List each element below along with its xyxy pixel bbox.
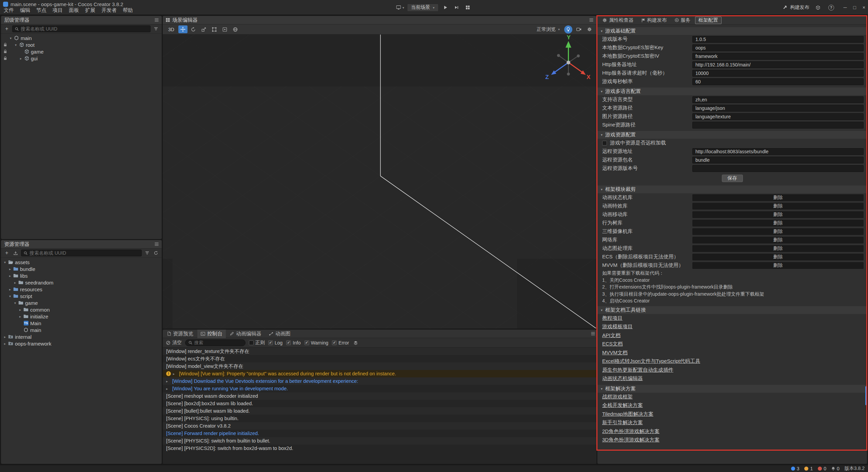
log-row[interactable]: [Scene] Cocos Creator v3.8.2 xyxy=(163,422,596,430)
tab-属性检查器[interactable]: 属性检查器 xyxy=(599,17,637,24)
console-log-area[interactable]: [Window] render_texture文件夹不存在[Window] ec… xyxy=(163,348,596,464)
expand-arrow-icon[interactable]: ▸ xyxy=(18,308,23,312)
scrollbar-thumb[interactable] xyxy=(865,386,867,405)
error-counter[interactable]: 0 xyxy=(818,466,826,471)
expand-arrow-icon[interactable]: ▸ xyxy=(7,274,13,278)
prop-input-远程资源地址[interactable] xyxy=(692,148,864,155)
clear-console-button[interactable]: 清空 xyxy=(166,340,182,346)
log-counter[interactable]: 3 xyxy=(791,466,800,471)
delete-button[interactable]: 删除 xyxy=(773,229,783,235)
delete-button[interactable]: 删除 xyxy=(773,254,783,260)
gear-button[interactable] xyxy=(585,25,593,34)
expand-arrow-icon[interactable]: ▸ xyxy=(18,57,23,60)
remote-load-checkbox[interactable] xyxy=(602,141,607,145)
expand-arrow-icon[interactable]: ▸ xyxy=(13,281,18,284)
bulb-button[interactable] xyxy=(564,25,572,34)
console-tab-动画编辑器[interactable]: 动画编辑器 xyxy=(226,330,265,338)
tree-row-game[interactable]: game xyxy=(1,48,162,55)
menu-节点[interactable]: 节点 xyxy=(33,6,50,14)
prop-input-图片资源路径[interactable] xyxy=(692,113,864,120)
tree-row-assets[interactable]: ▾assets xyxy=(1,259,162,266)
lock-icon[interactable] xyxy=(2,56,8,60)
prop-input-本地数据CryptoES加密Key[interactable] xyxy=(692,44,864,51)
section-header-游戏资源配置[interactable]: ▾游戏资源配置 xyxy=(597,131,867,139)
rotate-tool-button[interactable] xyxy=(189,25,198,33)
link-战棋游戏框架[interactable]: 战棋游戏框架 xyxy=(602,394,633,400)
expand-arrow-icon[interactable]: ▸ xyxy=(173,372,177,376)
log-row[interactable]: ▸[Window] You are running Vue in develop… xyxy=(163,385,596,392)
axis-gizmo[interactable]: Y X Z xyxy=(543,35,592,85)
log-row[interactable]: [Scene] [PHYSICS2D]: switch from box2d-w… xyxy=(163,445,596,452)
link-Excel格式转Json文件与TypeScript代码工具[interactable]: Excel格式转Json文件与TypeScript代码工具 xyxy=(602,358,700,365)
prop-input-远程资源包名[interactable] xyxy=(692,157,864,163)
filter-Warning[interactable]: Warning xyxy=(304,340,329,346)
assets-search[interactable] xyxy=(21,250,142,256)
scale-tool-button[interactable] xyxy=(199,25,209,33)
tree-row-Main[interactable]: TSMain xyxy=(1,320,162,327)
panel-menu-icon[interactable] xyxy=(589,18,593,22)
console-tab-动画图[interactable]: 动画图 xyxy=(265,330,294,338)
import-asset-button[interactable] xyxy=(12,250,19,256)
tree-row-internal[interactable]: ▸internal xyxy=(1,333,162,340)
console-tab-控制台[interactable]: 控制台 xyxy=(197,330,226,338)
prop-input-远程资源版本号[interactable] xyxy=(692,165,864,172)
close-button[interactable]: × xyxy=(863,5,865,10)
pivot-tool-button[interactable] xyxy=(220,25,230,33)
log-row[interactable]: [Scene] [box2d]:box2d wasm lib loaded. xyxy=(163,400,596,407)
menu-开发者[interactable]: 开发者 xyxy=(98,6,120,14)
panel-menu-icon[interactable] xyxy=(591,332,595,335)
rect-tool-button[interactable] xyxy=(210,25,219,33)
save-button[interactable]: 保存 xyxy=(722,175,743,182)
tree-row-gui[interactable]: ▸gui xyxy=(1,55,162,62)
tab-构建发布[interactable]: 构建发布 xyxy=(638,17,670,24)
link-原生包热更新配置自动生成插件[interactable]: 原生包热更新配置自动生成插件 xyxy=(602,367,673,373)
section-header-游戏多语言配置[interactable]: ▾游戏多语言配置 xyxy=(597,87,867,95)
create-asset-button[interactable]: + xyxy=(3,250,10,256)
link-动画状态机编辑器[interactable]: 动画状态机编辑器 xyxy=(602,375,643,382)
layout-button[interactable] xyxy=(463,3,472,12)
checkbox[interactable] xyxy=(332,340,337,345)
log-row[interactable]: [Scene] meshopt wasm decoder initialized xyxy=(163,392,596,400)
delete-button[interactable]: 删除 xyxy=(773,245,783,252)
tree-row-bundle[interactable]: ▸bundle xyxy=(1,266,162,272)
tree-row-game[interactable]: ▾game xyxy=(1,299,162,306)
log-row[interactable]: [Scene] [PHYSICS]: switch from builtin t… xyxy=(163,437,596,445)
checkbox[interactable] xyxy=(286,340,291,345)
lock-icon[interactable] xyxy=(2,50,8,54)
lock-icon[interactable] xyxy=(2,43,8,47)
menu-编辑[interactable]: 编辑 xyxy=(17,6,33,14)
hierarchy-search-input[interactable] xyxy=(21,26,148,32)
mode-3d-button[interactable]: 3D xyxy=(166,25,177,33)
filter-Log[interactable]: Log xyxy=(268,340,282,346)
link-教程项目[interactable]: 教程项目 xyxy=(602,315,623,321)
link-全栈开发解决方案[interactable]: 全栈开发解决方案 xyxy=(602,402,643,409)
tree-row-script[interactable]: ▾script xyxy=(1,293,162,299)
prop-input-游戏每秒帧率[interactable] xyxy=(692,78,864,85)
prop-input-Http服务器请求超时（毫秒）[interactable] xyxy=(692,70,864,77)
tree-row-root[interactable]: ▾root xyxy=(1,41,162,48)
tree-row-common[interactable]: ▸common xyxy=(1,306,162,313)
log-row[interactable]: [Window] render_texture文件夹不存在 xyxy=(163,348,596,355)
prop-input-游戏版本号[interactable] xyxy=(692,36,864,43)
expand-arrow-icon[interactable]: ▸ xyxy=(2,335,7,339)
tree-row-libs[interactable]: ▸libs xyxy=(1,272,162,279)
expand-arrow-icon[interactable]: ▸ xyxy=(7,267,13,271)
filter-Error[interactable]: Error xyxy=(332,340,349,346)
console-tab-资源预览[interactable]: 资源预览 xyxy=(164,330,197,338)
menu-扩展[interactable]: 扩展 xyxy=(82,6,98,14)
tab-服务[interactable]: 服务 xyxy=(671,17,694,24)
link-游戏模板项目[interactable]: 游戏模板项目 xyxy=(602,323,633,330)
section-header-框架解决方案[interactable]: ▾框架解决方案 xyxy=(597,385,867,393)
tree-row-main[interactable]: ▾main xyxy=(1,35,162,41)
panel-menu-icon[interactable] xyxy=(155,18,159,22)
filter-Info[interactable]: Info xyxy=(286,340,300,346)
delete-button[interactable]: 删除 xyxy=(773,220,783,226)
notification-counter[interactable]: 0 xyxy=(831,466,840,471)
checkbox[interactable] xyxy=(268,340,273,345)
expand-arrow-icon[interactable]: ▸ xyxy=(166,387,170,391)
console-search[interactable] xyxy=(185,339,245,346)
link-ECS文档[interactable]: ECS文档 xyxy=(602,341,623,347)
preview-platform-button[interactable]: ▾ xyxy=(396,3,405,12)
link-API文档[interactable]: API文档 xyxy=(602,332,620,339)
minimize-button[interactable]: ─ xyxy=(843,5,847,10)
